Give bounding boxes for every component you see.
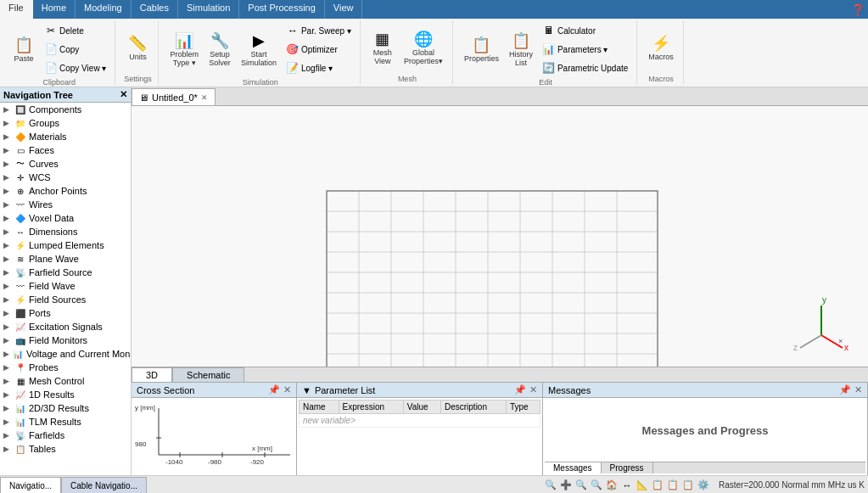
history-list-button[interactable]: 📋 HistoryList [505, 28, 537, 70]
nav-item-lumped-elements[interactable]: ▶ ⚡ Lumped Elements [0, 238, 131, 252]
status-icon-settings[interactable]: ⚙️ [697, 479, 710, 492]
expand-icon: ▶ [3, 268, 12, 277]
nav-item-components[interactable]: ▶ 🔲 Components [0, 103, 131, 116]
param-new-row-label[interactable]: new variable> [300, 414, 540, 428]
status-icon-home[interactable]: 🏠 [605, 479, 619, 492]
nav-item-curves[interactable]: ▶ 〜 Curves [0, 157, 131, 171]
tab-file[interactable]: File [0, 0, 33, 19]
delete-button[interactable]: ✂ Delete [41, 22, 109, 39]
param-list-close[interactable]: ✕ [529, 384, 537, 395]
copy-button[interactable]: 📄 Copy [41, 41, 109, 58]
setup-solver-button[interactable]: 🔧 SetupSolver [204, 28, 235, 70]
tab-home[interactable]: Home [33, 0, 76, 19]
nav-item-materials[interactable]: ▶ 🔶 Materials [0, 130, 131, 143]
tab-modeling[interactable]: Modeling [76, 0, 132, 19]
status-icon-doc2[interactable]: 📋 [666, 479, 680, 492]
nav-item-anchor-points[interactable]: ▶ ⊕ Anchor Points [0, 184, 131, 198]
expand-icon: ▶ [3, 187, 12, 195]
status-icon-search[interactable]: 🔍 [590, 479, 603, 492]
messages-close[interactable]: ✕ [854, 384, 862, 395]
status-icon-resize[interactable]: ↔ [620, 479, 634, 492]
problem-type-icon: 📊 [174, 31, 194, 51]
units-button[interactable]: 📏 Units [122, 31, 153, 64]
units-label: Units [129, 53, 147, 62]
viewport-tab-3d[interactable]: 3D [132, 367, 172, 382]
optimizer-icon: 🎯 [286, 42, 300, 56]
nav-item-voltage-current-monitors[interactable]: ▶ 📊 Voltage and Current Monitors [0, 347, 131, 361]
nav-item-faces[interactable]: ▶ ▭ Faces [0, 143, 131, 157]
nav-item-probes[interactable]: ▶ 📍 Probes [0, 361, 131, 374]
setup-solver-icon: 🔧 [210, 31, 230, 51]
param-list-panel-header: ▼ Parameter List 📌 ✕ [297, 383, 542, 398]
mesh-view-button[interactable]: ▦ MeshView [367, 26, 398, 69]
optimizer-button[interactable]: 🎯 Optimizer [283, 41, 355, 58]
nav-item-ports[interactable]: ▶ ⬛ Ports [0, 306, 131, 320]
nav-item-field-wave[interactable]: ▶ 〰 Field Wave [0, 279, 131, 293]
nav-item-tlm-results[interactable]: ▶ 📊 TLM Results [0, 415, 131, 429]
param-new-row[interactable]: new variable> [300, 414, 540, 428]
cross-section-close[interactable]: ✕ [283, 384, 291, 395]
status-icon-add[interactable]: ➕ [559, 479, 573, 492]
param-list-pin[interactable]: 📌 [514, 384, 526, 395]
status-icon-doc3[interactable]: 📋 [681, 479, 695, 492]
par-sweep-button[interactable]: ↔ Par. Sweep ▾ [283, 22, 355, 39]
svg-text:y: y [822, 295, 826, 305]
global-properties-button[interactable]: 🌐 GlobalProperties▾ [400, 26, 447, 69]
parameters-button[interactable]: 📊 Parameters ▾ [539, 41, 631, 58]
status-icon-zoom-in[interactable]: 🔍 [544, 479, 557, 492]
document-tabs: 🖥 Untitled_0* ✕ [132, 87, 868, 106]
copy-view-button[interactable]: 📄 Copy View ▾ [41, 59, 109, 76]
properties-button[interactable]: 📋 Properties [460, 32, 503, 66]
svg-text:980: 980 [135, 440, 147, 448]
calculator-icon: 🖩 [542, 24, 556, 37]
tab-cables[interactable]: Cables [132, 0, 178, 19]
nav-item-farfields[interactable]: ▶ 📡 Farfields [0, 429, 131, 442]
start-simulation-button[interactable]: ▶ StartSimulation [237, 28, 281, 70]
nav-item-excitation-signals[interactable]: ▶ 📈 Excitation Signals [0, 320, 131, 333]
messages-pin[interactable]: 📌 [839, 384, 851, 395]
logfile-button[interactable]: 📝 Logfile ▾ [283, 59, 355, 76]
parametric-update-button[interactable]: 🔄 Parametric Update [539, 59, 631, 76]
nav-item-wires[interactable]: ▶ 〰 Wires [0, 198, 131, 211]
status-icon-doc1[interactable]: 📋 [651, 479, 664, 492]
messages-tab[interactable]: Messages [545, 462, 602, 473]
nav-item-1d-results[interactable]: ▶ 📈 1D Results [0, 388, 131, 401]
mesh-control-icon: ▦ [14, 375, 26, 387]
status-tab-cable-navigation[interactable]: Cable Navigatio... [61, 477, 147, 494]
status-icon-zoom[interactable]: 🔍 [574, 479, 588, 492]
nav-item-dimensions[interactable]: ▶ ↔ Dimensions [0, 225, 131, 238]
navigation-tree-close[interactable]: ✕ [120, 89, 127, 100]
nav-item-voxel-data[interactable]: ▶ 🔷 Voxel Data [0, 211, 131, 225]
nav-item-field-monitors[interactable]: ▶ 📺 Field Monitors [0, 333, 131, 347]
doc-tab-close[interactable]: ✕ [201, 93, 208, 102]
tab-post-processing[interactable]: Post Processing [239, 0, 324, 19]
tab-simulation[interactable]: Simulation [178, 0, 239, 19]
nav-item-groups[interactable]: ▶ 📁 Groups [0, 116, 131, 130]
expand-icon: ▶ [3, 390, 12, 399]
progress-tab[interactable]: Progress [602, 462, 653, 473]
global-properties-label: GlobalProperties▾ [404, 49, 443, 66]
viewport-tab-schematic[interactable]: Schematic [172, 367, 244, 382]
status-icon-measure[interactable]: 📐 [636, 479, 649, 492]
voxel-data-icon: 🔷 [14, 212, 26, 224]
paste-button[interactable]: 📋 Paste [8, 32, 39, 66]
nav-item-farfield-source[interactable]: ▶ 📡 Farfield Source [0, 266, 131, 279]
expand-icon: ▶ [3, 336, 12, 345]
macros-button[interactable]: ⚡ Macros [644, 31, 678, 64]
nav-item-2d3d-results[interactable]: ▶ 📊 2D/3D Results [0, 401, 131, 415]
navigation-tree-header: Navigation Tree ✕ [0, 87, 131, 103]
nav-item-mesh-control[interactable]: ▶ ▦ Mesh Control [0, 374, 131, 388]
help-icon[interactable]: ❓ [851, 3, 865, 16]
nav-item-field-sources[interactable]: ▶ ⚡ Field Sources [0, 293, 131, 306]
problem-type-button[interactable]: 📊 ProblemType ▾ [165, 28, 203, 70]
status-tab-navigation[interactable]: Navigatio... [0, 477, 61, 494]
tab-view[interactable]: View [325, 0, 363, 19]
par-sweep-icon: ↔ [286, 24, 300, 37]
nav-item-plane-wave[interactable]: ▶ ≋ Plane Wave [0, 252, 131, 266]
doc-tab-untitled[interactable]: 🖥 Untitled_0* ✕ [132, 88, 216, 105]
cross-section-pin[interactable]: 📌 [268, 384, 280, 395]
calculator-button[interactable]: 🖩 Calculator [539, 22, 631, 39]
nav-item-wcs[interactable]: ▶ ✛ WCS [0, 171, 131, 184]
nav-item-tables[interactable]: ▶ 📋 Tables [0, 442, 131, 456]
svg-text:x: x [844, 343, 848, 352]
